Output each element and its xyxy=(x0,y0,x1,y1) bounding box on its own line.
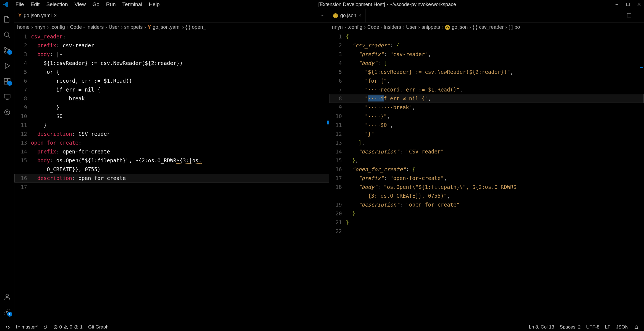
menu-help[interactable]: Help xyxy=(145,1,163,8)
notifications-icon[interactable] xyxy=(631,324,641,330)
code-editor-left[interactable]: 1csv_reader:2 prefix: csv-reader3 body: … xyxy=(14,32,329,323)
bc-code[interactable]: Code - Insiders xyxy=(70,24,104,30)
menu-view[interactable]: View xyxy=(71,1,89,8)
menu-file[interactable]: File xyxy=(12,1,27,8)
code-content[interactable]: "prefix": "csv-reader", xyxy=(346,50,644,59)
code-line[interactable]: 16 description: open for create xyxy=(14,174,329,183)
git-branch[interactable]: master* xyxy=(13,324,41,330)
code-content[interactable]: break xyxy=(31,94,329,103)
menu-terminal[interactable]: Terminal xyxy=(119,1,146,8)
close-button[interactable] xyxy=(636,2,642,7)
code-content[interactable]: } xyxy=(31,103,329,112)
code-line[interactable]: 8 break xyxy=(14,94,329,103)
code-editor-right[interactable]: 1{2 "csv_reader": {3 "prefix": "csv-read… xyxy=(329,32,644,323)
maximize-button[interactable] xyxy=(625,2,631,7)
bc-file[interactable]: go.json xyxy=(452,24,468,30)
code-line[interactable]: 2 "csv_reader": { xyxy=(329,41,644,50)
code-content[interactable]: "········break", xyxy=(346,103,644,112)
more-icon[interactable]: ⋯ xyxy=(635,13,639,19)
code-line[interactable]: 16 "open_for_create": { xyxy=(329,165,644,174)
code-content[interactable]: body: |- xyxy=(31,50,329,59)
bc-nnyn[interactable]: nnyn xyxy=(332,24,343,30)
code-content[interactable]: { xyxy=(346,32,644,41)
code-content[interactable]: record, err := $1.Read() xyxy=(31,76,329,85)
menu-selection[interactable]: Selection xyxy=(43,1,71,8)
accounts-icon[interactable] xyxy=(2,292,12,302)
tab-go-json[interactable]: {} go.json × xyxy=(329,9,366,22)
code-content[interactable] xyxy=(346,227,644,236)
close-icon[interactable]: × xyxy=(358,13,362,19)
code-content[interactable]: "····record, err := $1.Read()", xyxy=(346,85,644,94)
code-content[interactable]: body: os.Open("${1:filepath}", ${2:os.O_… xyxy=(31,156,329,174)
code-line[interactable]: 19 "description": "open for create" xyxy=(329,200,644,209)
code-content[interactable]: $0 xyxy=(31,112,329,121)
eol[interactable]: LF xyxy=(602,324,613,330)
run-debug-icon[interactable] xyxy=(2,61,12,71)
menu-edit[interactable]: Edit xyxy=(27,1,43,8)
code-line[interactable]: 7 if err ≠ nil { xyxy=(14,85,329,94)
code-line[interactable]: 20 } xyxy=(329,209,644,218)
code-content[interactable]: "}" xyxy=(346,129,644,138)
code-line[interactable]: 14 "description": "CSV reader" xyxy=(329,147,644,156)
code-content[interactable]: "${1:csvReader} := csv.NewReader(${2:rea… xyxy=(346,67,644,76)
code-line[interactable]: 10 $0 xyxy=(14,112,329,121)
code-content[interactable]: "prefix": "open-for-create", xyxy=(346,174,644,183)
right-breadcrumbs[interactable]: nnyn› .config› Code - Insiders› User› sn… xyxy=(329,23,644,32)
code-line[interactable]: 1csv_reader: xyxy=(14,32,329,41)
code-content[interactable]: open_for_create: xyxy=(31,138,329,147)
code-content[interactable]: }, xyxy=(346,156,644,165)
code-line[interactable]: 22 xyxy=(329,227,644,236)
menu-run[interactable]: Run xyxy=(103,1,119,8)
code-line[interactable]: 2 prefix: csv-reader xyxy=(14,41,329,50)
bc-code[interactable]: Code - Insiders xyxy=(367,24,401,30)
menu-go[interactable]: Go xyxy=(89,1,103,8)
split-editor-icon[interactable] xyxy=(627,13,632,19)
code-line[interactable]: 18 "body": "os.Open(\"${1:filepath}\", $… xyxy=(329,183,644,200)
code-line[interactable]: 15 }, xyxy=(329,156,644,165)
source-control-icon[interactable]: 8 xyxy=(2,45,12,55)
code-content[interactable]: if err ≠ nil { xyxy=(31,85,329,94)
code-line[interactable]: 8 "····if err ≠ nil {", xyxy=(329,94,644,103)
code-content[interactable]: description: open for create xyxy=(31,174,329,183)
code-line[interactable]: 5 "${1:csvReader} := csv.NewReader(${2:r… xyxy=(329,67,644,76)
bc-home[interactable]: home xyxy=(17,24,30,30)
bc-nnyn[interactable]: nnyn xyxy=(35,24,45,30)
bc-user[interactable]: User xyxy=(109,24,119,30)
code-content[interactable]: "····}", xyxy=(346,112,644,121)
code-content[interactable]: description: CSV reader xyxy=(31,129,329,138)
code-line[interactable]: 11 } xyxy=(14,121,329,129)
code-content[interactable]: "····if err ≠ nil {", xyxy=(346,94,644,103)
code-line[interactable]: 15 body: os.Open("${1:filepath}", ${2:os… xyxy=(14,156,329,174)
code-content[interactable]: "body": "os.Open(\"${1:filepath}\", ${2:… xyxy=(346,183,644,200)
bc-symbol[interactable]: open_ xyxy=(192,24,206,30)
code-line[interactable]: 14 prefix: open-for-create xyxy=(14,147,329,156)
code-content[interactable]: prefix: open-for-create xyxy=(31,147,329,156)
close-icon[interactable]: × xyxy=(54,13,57,19)
code-line[interactable]: 21} xyxy=(329,218,644,227)
code-line[interactable]: 1{ xyxy=(329,32,644,41)
code-line[interactable]: 7 "····record, err := $1.Read()", xyxy=(329,85,644,94)
code-content[interactable]: "open_for_create": { xyxy=(346,165,644,174)
gear-icon[interactable]: 1 xyxy=(2,307,12,317)
code-content[interactable]: "····$0", xyxy=(346,121,644,129)
code-content[interactable]: "description": "open for create" xyxy=(346,200,644,209)
code-line[interactable]: 12 description: CSV reader xyxy=(14,129,329,138)
code-line[interactable]: 12 "}" xyxy=(329,129,644,138)
code-content[interactable]: "body": [ xyxy=(346,59,644,67)
remote-indicator[interactable] xyxy=(3,325,13,329)
code-content[interactable]: for { xyxy=(31,67,329,76)
code-line[interactable]: 6 "for {", xyxy=(329,76,644,85)
code-content[interactable]: ], xyxy=(346,138,644,147)
explorer-icon[interactable] xyxy=(2,14,12,24)
code-content[interactable] xyxy=(31,183,329,191)
code-content[interactable]: } xyxy=(346,218,644,227)
git-graph[interactable]: Git Graph xyxy=(85,324,111,330)
code-line[interactable]: 10 "····}", xyxy=(329,112,644,121)
code-line[interactable]: 17 xyxy=(14,183,329,191)
target-icon[interactable] xyxy=(2,107,12,117)
left-breadcrumbs[interactable]: home› nnyn› .config› Code - Insiders› Us… xyxy=(14,23,329,32)
code-line[interactable]: 6 record, err := $1.Read() xyxy=(14,76,329,85)
code-line[interactable]: 9 } xyxy=(14,103,329,112)
code-line[interactable]: 3 body: |- xyxy=(14,50,329,59)
code-line[interactable]: 13 ], xyxy=(329,138,644,147)
